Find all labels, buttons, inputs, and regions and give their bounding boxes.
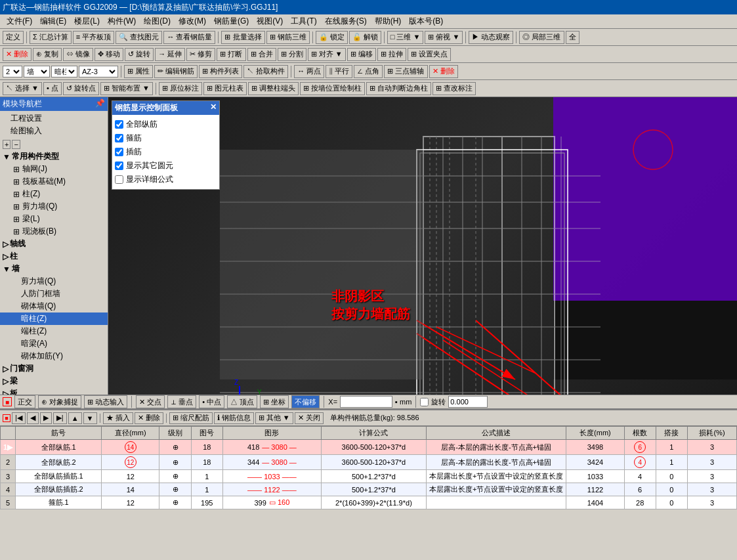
btn-ortho[interactable]: 正交 [14, 395, 35, 408]
cell-tuhao-3[interactable]: 1 [191, 470, 222, 483]
table-scroll-area[interactable]: 筋号 直径(mm) 级别 图号 图形 计算公式 公式描述 长度(mm) 根数 搭… [0, 426, 737, 560]
cell-diameter-3[interactable]: 12 [102, 470, 159, 483]
btn-merge[interactable]: ⊞ 合并 [247, 48, 276, 61]
btn-close[interactable]: ✕ 关闭 [295, 412, 324, 424]
btn-point[interactable]: • 点 [43, 82, 62, 95]
cell-count-4[interactable]: 6 [624, 483, 656, 496]
cell-length-2[interactable]: 3424 [566, 455, 624, 470]
table-row[interactable]: 5 箍筋.1 12 ⊕ 195 399 ▭ 160 2*(160+399)+2*… [1, 496, 737, 509]
cell-overlap-2[interactable]: 1 [656, 455, 687, 470]
group-column[interactable]: ▷ 柱 [0, 250, 108, 263]
btn-add[interactable]: + [3, 140, 11, 149]
btn-parallel[interactable]: ∥ 平行 [326, 65, 352, 78]
btn-orig-mark[interactable]: ⊞ 原位标注 [159, 82, 202, 95]
rotate-input[interactable] [448, 396, 488, 408]
btn-point-angle[interactable]: ∠ 点角 [354, 65, 383, 78]
btn-three-point[interactable]: ⊞ 三点辅轴 [384, 65, 427, 78]
sidebar-item-end-column[interactable]: 端柱(Z) [0, 325, 108, 337]
menu-online[interactable]: 在线服务(S) [321, 14, 371, 28]
cell-length-1[interactable]: 3498 [566, 440, 624, 455]
cell-figure-5[interactable]: 399 ▭ 160 [222, 496, 321, 509]
btn-define[interactable]: 定义 [3, 31, 24, 44]
checkbox-insert-bar[interactable]: 插筋 [115, 145, 217, 159]
cell-diameter-1[interactable]: 14 [102, 440, 159, 455]
table-row[interactable]: 1▶ 全部纵筋.1 14 ⊕ 18 418 — 3080 — 3600-500-… [1, 440, 737, 455]
sidebar-item-masonry-rebar[interactable]: 砌体加筋(Y) [0, 350, 108, 362]
group-axis[interactable]: ▷ 轴线 [0, 238, 108, 250]
btn-summarize[interactable]: Σ 汇总计算 [30, 31, 72, 44]
btn-midpoint[interactable]: • 中点 [199, 395, 224, 408]
id-select[interactable]: AZ-3 [79, 66, 118, 77]
btn-column-table[interactable]: ⊞ 图元柱表 [203, 82, 247, 95]
btn-trim[interactable]: ✂ 修剪 [186, 48, 215, 61]
cell-grade-2[interactable]: ⊕ [159, 455, 191, 470]
group-beam[interactable]: ▷ 梁 [0, 375, 108, 387]
btn-auto-corner[interactable]: ⊞ 自动判断边角柱 [366, 82, 431, 95]
menu-file[interactable]: 文件(F) [3, 14, 36, 28]
cell-formula-1[interactable]: 3600-500-120+37*d [321, 440, 426, 455]
sidebar-item-hidden-column[interactable]: 暗柱(Z) [0, 312, 108, 325]
rotate-checkbox[interactable] [420, 398, 429, 406]
btn-intersection[interactable]: ✕ 交点 [136, 395, 165, 408]
btn-snap[interactable]: ⊕ 对象捕捉 [38, 395, 81, 408]
btn-lock[interactable]: 🔒 锁定 [316, 31, 348, 44]
btn-properties[interactable]: ⊞ 属性 [124, 65, 153, 78]
menu-draw[interactable]: 绘图(D) [140, 14, 175, 28]
cell-jinhao-1[interactable]: 全部纵筋.1 [16, 440, 102, 455]
btn-select[interactable]: ↖ 选择 ▼ [3, 82, 42, 95]
btn-perpendicular[interactable]: ⊥ 垂点 [167, 395, 196, 408]
cell-desc-1[interactable]: 层高-本层的露出长度-节点高+锚固 [426, 440, 566, 455]
sidebar-item-wall-shear[interactable]: 剪力墙(Q) [0, 275, 108, 288]
btn-other[interactable]: ⊞ 其他 ▼ [255, 412, 293, 424]
btn-nav-first[interactable]: |◀ [12, 412, 26, 424]
cell-count-2[interactable]: 4 [624, 455, 656, 470]
btn-nav-last[interactable]: ▶| [53, 412, 67, 424]
menu-floor[interactable]: 楼层(L) [70, 14, 104, 28]
sidebar-item-shear-wall[interactable]: ⊞ 剪力墙(Q) [0, 200, 108, 213]
btn-component-list[interactable]: ⊞ 构件列表 [199, 65, 242, 78]
floor-select[interactable]: 2 [3, 66, 22, 77]
group-opening[interactable]: ▷ 门窗洞 [0, 362, 108, 375]
btn-extend[interactable]: → 延伸 [155, 48, 185, 61]
checkbox-detail-formula[interactable]: 显示详细公式 [115, 173, 217, 186]
cell-formula-3[interactable]: 500+1.2*37*d [321, 470, 426, 483]
menu-help[interactable]: 帮助(H) [371, 14, 406, 28]
sidebar-item-masonry-wall[interactable]: 砌体墙(Q) [0, 300, 108, 312]
cell-formula-5[interactable]: 2*(160+399)+2*(11.9*d) [321, 496, 426, 509]
btn-print[interactable]: ⊞ 打断 [217, 48, 245, 61]
sidebar-item-hidden-beam[interactable]: 暗梁(A) [0, 337, 108, 350]
cell-grade-1[interactable]: ⊕ [159, 440, 191, 455]
sidebar-item-axis[interactable]: ⊞ 轴网(J) [0, 163, 108, 175]
cell-length-3[interactable]: 1033 [566, 470, 624, 483]
btn-align[interactable]: ⊞ 对齐 ▼ [308, 48, 346, 61]
cell-length-4[interactable]: 1122 [566, 483, 624, 496]
group-board[interactable]: ▷ 板 [0, 387, 108, 395]
btn-split[interactable]: ⊞ 分割 [278, 48, 306, 61]
btn-pick-component[interactable]: ↖ 拾取构件 [243, 65, 288, 78]
cell-jinhao-3[interactable]: 全部纵筋插筋.1 [16, 470, 102, 483]
cell-formula-4[interactable]: 500+1.2*37*d [321, 483, 426, 496]
cell-jinhao-2[interactable]: 全部纵筋.2 [16, 455, 102, 470]
menu-component[interactable]: 构件(W) [104, 14, 140, 28]
type-select[interactable]: 墙 [24, 66, 50, 77]
btn-unlock[interactable]: 🔓 解锁 [349, 31, 381, 44]
cell-figure-2[interactable]: 344 — 3080 — [222, 455, 321, 470]
rebar-panel-close[interactable]: ✕ [210, 102, 217, 114]
btn-dynamic-view[interactable]: ▶ 动态观察 [469, 31, 513, 44]
btn-copy[interactable]: ⊕ 复制 [33, 48, 62, 61]
cell-tuhao-5[interactable]: 195 [191, 496, 222, 509]
cell-grade-4[interactable]: ⊕ [159, 483, 191, 496]
btn-coord[interactable]: ⊞ 坐标 [260, 395, 289, 408]
btn-rotate[interactable]: ↺ 旋转 [125, 48, 154, 61]
btn-edit-move[interactable]: ⊞ 编移 [347, 48, 376, 61]
btn-nav-down[interactable]: ▼ [83, 412, 97, 424]
cell-overlap-1[interactable]: 1 [656, 440, 687, 455]
cell-loss-5[interactable]: 3 [688, 496, 737, 509]
cell-figure-4[interactable]: —— 1122 —— [222, 483, 321, 496]
btn-scale-rebar[interactable]: ⊞ 缩尺配筋 [169, 412, 213, 424]
cell-jinhao-5[interactable]: 箍筋.1 [16, 496, 102, 509]
cell-diameter-2[interactable]: 12 [102, 455, 159, 470]
btn-3d[interactable]: □ 三维 ▼ [387, 31, 424, 44]
btn-check-mark[interactable]: ⊞ 查改标注 [432, 82, 476, 95]
checkbox-stirrup[interactable]: 箍筋 [115, 131, 217, 145]
